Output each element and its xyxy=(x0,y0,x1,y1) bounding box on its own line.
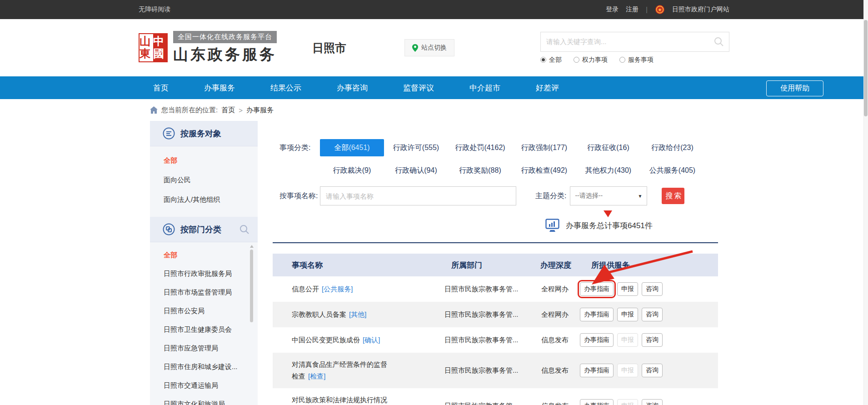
category-filter[interactable]: 公共服务(405) xyxy=(640,162,704,179)
item-name[interactable]: 宗教教职人员备案 xyxy=(292,310,346,318)
breadcrumb-current: 办事服务 xyxy=(246,106,274,115)
consult-button[interactable]: 咨询 xyxy=(642,282,663,296)
help-button[interactable]: 使用帮助 xyxy=(766,80,823,96)
search-icon[interactable] xyxy=(713,36,724,47)
department-item[interactable]: 日照市市场监督管理局 xyxy=(150,283,258,302)
select-arrow-icon: ▼ xyxy=(638,194,643,199)
department-list-scrollbar[interactable] xyxy=(249,245,254,405)
keyword-search-input[interactable] xyxy=(541,38,713,45)
search-scope-radio[interactable]: 服务事项 xyxy=(619,56,653,64)
item-name-input[interactable] xyxy=(320,186,516,205)
nav-item[interactable]: 办事咨询 xyxy=(337,83,368,93)
nav-item[interactable]: 结果公示 xyxy=(270,83,301,93)
category-filter[interactable]: 其他权力(430) xyxy=(576,162,640,179)
search-scope-radio[interactable]: 全部 xyxy=(540,56,562,64)
category-filter[interactable]: 行政处罚(4162) xyxy=(448,139,512,156)
apply-button: 申报 xyxy=(617,333,638,347)
category-filter[interactable]: 行政征收(16) xyxy=(576,139,640,156)
department-icon xyxy=(163,223,175,235)
service-object-item[interactable]: 面向法人/其他组织 xyxy=(150,190,258,210)
item-name[interactable]: 中国公民变更民族成份 xyxy=(292,336,360,344)
category-filter[interactable]: 行政裁决(9) xyxy=(320,162,384,179)
service-object-item[interactable]: 全部 xyxy=(150,151,258,170)
category-filter[interactable]: 行政强制(177) xyxy=(512,139,576,156)
table-row: 对民族政策和法律法规执行情况的监督检查[检查] 日照市民族宗教事务管... 信息… xyxy=(273,388,718,405)
table-header-cell: 所提供服务 xyxy=(580,260,718,270)
radio-icon xyxy=(540,57,546,63)
table-row: 中国公民变更民族成份[确认] 日照市民族宗教事务管... 信息发布 办事指南 申… xyxy=(273,327,718,353)
category-filter[interactable]: 全部(6451) xyxy=(320,139,384,156)
item-type-tag[interactable]: [其他] xyxy=(349,310,366,318)
search-scope-radios: 全部 权力事项 服务事项 xyxy=(540,56,729,64)
consult-button[interactable]: 咨询 xyxy=(642,364,663,377)
search-button[interactable]: 搜索 xyxy=(662,188,684,204)
scrollbar-up-arrow-icon[interactable] xyxy=(250,245,254,248)
item-name-label: 按事项名称: xyxy=(273,187,320,205)
item-depth: 信息发布 xyxy=(540,366,580,375)
portal-link[interactable]: 日照市政府门户网站 xyxy=(672,5,729,14)
consult-button[interactable]: 咨询 xyxy=(642,333,663,347)
item-type-tag[interactable]: [公共服务] xyxy=(322,285,353,293)
search-scope-radio[interactable]: 权力事项 xyxy=(574,56,608,64)
table-row: 对清真食品生产经营条件的监督检查[检查] 日照市民族宗教事务管... 信息发布 … xyxy=(273,353,718,388)
item-type-tag[interactable]: [检查] xyxy=(308,372,325,380)
scrollbar-thumb[interactable] xyxy=(250,250,253,322)
department-item[interactable]: 日照市公安局 xyxy=(150,302,258,320)
department-item[interactable]: 日照市住房和城乡建设... xyxy=(150,358,258,376)
nav-item[interactable]: 首页 xyxy=(153,83,169,93)
department-search-icon[interactable] xyxy=(239,225,249,235)
category-filter[interactable]: 行政给付(23) xyxy=(640,139,704,156)
item-department: 日照市民族宗教事务管... xyxy=(444,310,540,319)
nav-item[interactable]: 中介超市 xyxy=(469,83,500,93)
consult-button[interactable]: 咨询 xyxy=(642,399,663,405)
keyword-search-box xyxy=(540,32,729,52)
category-filter[interactable]: 行政检查(492) xyxy=(512,162,576,179)
department-item[interactable]: 日照市应急管理局 xyxy=(150,339,258,358)
nav-item[interactable]: 监督评议 xyxy=(403,83,434,93)
site-name: 山东政务服务 xyxy=(173,45,277,65)
apply-button: 申报 xyxy=(617,364,638,377)
table-header-cell: 办理深度 xyxy=(540,260,580,270)
item-name[interactable]: 对清真食品生产经营条件的监督检查 xyxy=(292,360,387,380)
site-logo[interactable]: 山東 中國 全国一体化在线政务服务平台 山东政务服务 xyxy=(139,31,277,65)
shandong-seal-logo: 山東 中國 xyxy=(139,33,168,62)
platform-tag: 全国一体化在线政务服务平台 xyxy=(173,31,277,43)
table-row: 信息公开[公共服务] 日照市民族宗教事务管... 全程网办 办事指南 申报 咨询 xyxy=(273,276,718,302)
login-link[interactable]: 登录 xyxy=(606,5,619,14)
page-scrollbar-thumb[interactable] xyxy=(864,20,868,116)
category-filter-label: 事项分类: xyxy=(273,139,320,156)
accessibility-link[interactable]: 无障碍阅读 xyxy=(139,5,170,14)
guide-button[interactable]: 办事指南 xyxy=(580,333,614,347)
breadcrumb-home-link[interactable]: 首页 xyxy=(221,106,235,115)
nav-item[interactable]: 办事服务 xyxy=(204,83,235,93)
item-type-tag[interactable]: [确认] xyxy=(363,336,380,344)
category-filter[interactable]: 行政许可(555) xyxy=(384,139,448,156)
department-item[interactable]: 日照市交通运输局 xyxy=(150,376,258,395)
service-object-list: 全部面向公民面向法人/其他组织 xyxy=(150,146,258,217)
guide-button[interactable]: 办事指南 xyxy=(580,308,614,321)
nav-item[interactable]: 好差评 xyxy=(536,83,559,93)
item-name[interactable]: 对民族政策和法律法规执行情况的监督检查 xyxy=(292,396,387,405)
site-switch-button[interactable]: 站点切换 xyxy=(404,39,454,56)
department-item[interactable]: 日照市行政审批服务局 xyxy=(150,265,258,283)
apply-button[interactable]: 申报 xyxy=(617,308,638,321)
department-item[interactable]: 全部 xyxy=(150,246,258,265)
table-header-cell: 所属部门 xyxy=(444,260,540,270)
consult-button[interactable]: 咨询 xyxy=(642,308,663,321)
service-object-icon xyxy=(163,127,175,140)
department-item[interactable]: 日照市卫生健康委员会 xyxy=(150,320,258,339)
item-name[interactable]: 信息公开 xyxy=(292,285,319,293)
register-link[interactable]: 注册 xyxy=(626,5,639,14)
topic-select[interactable]: --请选择-- ▼ xyxy=(570,186,647,205)
category-filter[interactable]: 行政确认(94) xyxy=(384,162,448,179)
guide-button[interactable]: 办事指南 xyxy=(580,282,614,296)
guide-button[interactable]: 办事指南 xyxy=(580,399,614,405)
page-scrollbar[interactable] xyxy=(863,0,868,405)
main-panel: 事项分类: 全部(6451) 行政许可(555) 行政处罚(4162) 行政强制… xyxy=(258,121,718,405)
guide-button[interactable]: 办事指南 xyxy=(580,364,614,377)
location-pin-icon xyxy=(412,44,418,52)
department-item[interactable]: 日照市文化和旅游局 xyxy=(150,395,258,405)
apply-button[interactable]: 申报 xyxy=(617,282,638,296)
category-filter[interactable]: 行政奖励(88) xyxy=(448,162,512,179)
service-object-item[interactable]: 面向公民 xyxy=(150,170,258,190)
